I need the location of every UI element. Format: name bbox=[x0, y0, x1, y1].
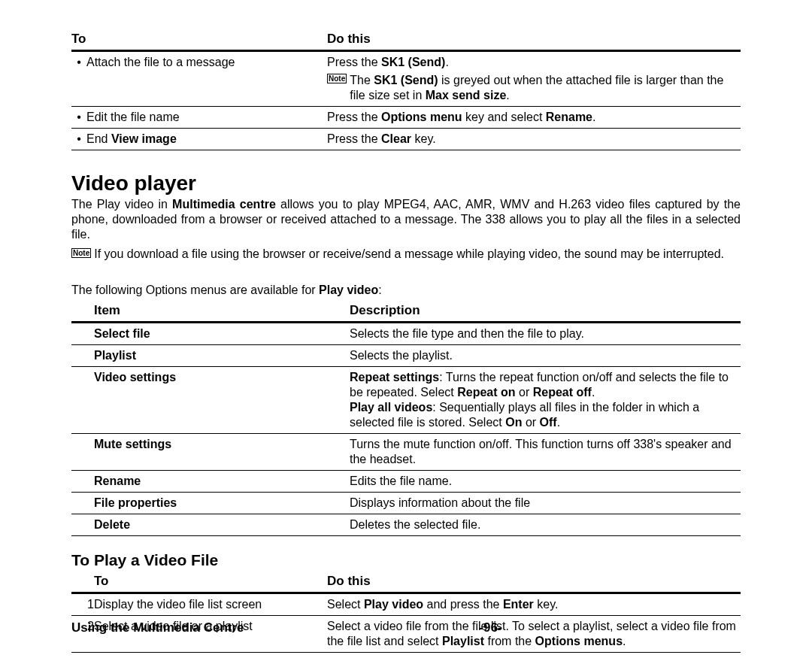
cell-item: File properties bbox=[71, 492, 350, 514]
cell-do: Press the SK1 (Send).NoteThe SK1 (Send) … bbox=[327, 51, 741, 107]
table-row: Select fileSelects the file type and the… bbox=[71, 322, 741, 344]
section-title: Video player bbox=[71, 171, 741, 196]
note-icon: Note bbox=[71, 248, 91, 258]
cell-item: Playlist bbox=[71, 344, 350, 366]
cell-item: Rename bbox=[71, 470, 350, 492]
table-row: PlaylistSelects the playlist. bbox=[71, 344, 741, 366]
manual-page: To Do this •Attach the file to a message… bbox=[0, 0, 812, 664]
th-do: Do this bbox=[327, 29, 741, 51]
cell-item: Mute settings bbox=[71, 433, 350, 470]
cell-to: •Attach the file to a message bbox=[71, 51, 327, 107]
table-row: •Edit the file namePress the Options men… bbox=[71, 107, 741, 129]
th-to-2: To bbox=[94, 571, 327, 593]
table-row: Video settingsRepeat settings: Turns the… bbox=[71, 366, 741, 433]
footer-page: -96- bbox=[479, 620, 501, 635]
th-item: Item bbox=[71, 300, 350, 323]
sub-title: To Play a Video File bbox=[71, 551, 741, 569]
cell-desc: Edits the file name. bbox=[350, 470, 741, 492]
cell-desc: Repeat settings: Turns the repeat functi… bbox=[350, 366, 741, 433]
to-do-table-1: To Do this •Attach the file to a message… bbox=[71, 29, 741, 150]
item-desc-table: Item Description Select fileSelects the … bbox=[71, 300, 741, 536]
th-to: To bbox=[71, 29, 327, 51]
table-row: File propertiesDisplays information abou… bbox=[71, 492, 741, 514]
footer-left: Using the Multimedia Centre bbox=[71, 620, 244, 635]
cell-item: Select file bbox=[71, 322, 350, 344]
cell-desc: Turns the mute function on/off. This fun… bbox=[350, 433, 741, 470]
cell-do: Press the Clear key. bbox=[327, 129, 741, 150]
th-num bbox=[71, 571, 94, 593]
section-note: Note If you download a file using the br… bbox=[71, 247, 741, 262]
table-row: •Attach the file to a messagePress the S… bbox=[71, 51, 741, 107]
th-do-2: Do this bbox=[327, 571, 741, 593]
th-desc: Description bbox=[350, 300, 741, 323]
cell-to: Display the video file list screen bbox=[94, 593, 327, 615]
table-row: Mute settingsTurns the mute function on/… bbox=[71, 433, 741, 470]
table-row: DeleteDeletes the selected file. bbox=[71, 514, 741, 535]
options-intro: The following Options menus are availabl… bbox=[71, 283, 741, 297]
cell-desc: Displays information about the file bbox=[350, 492, 741, 514]
table-row: •End View imagePress the Clear key. bbox=[71, 129, 741, 150]
cell-to: •End View image bbox=[71, 129, 327, 150]
table-row: RenameEdits the file name. bbox=[71, 470, 741, 492]
cell-do: Select Play video and press the Enter ke… bbox=[327, 593, 741, 615]
cell-desc: Deletes the selected file. bbox=[350, 514, 741, 535]
cell-desc: Selects the playlist. bbox=[350, 344, 741, 366]
to-do-table-2: To Do this 1Display the video file list … bbox=[71, 571, 741, 653]
table-row: 1Display the video file list screenSelec… bbox=[71, 593, 741, 615]
cell-item: Delete bbox=[71, 514, 350, 535]
cell-to: •Edit the file name bbox=[71, 107, 327, 129]
page-footer: Using the Multimedia Centre -96- . bbox=[71, 620, 741, 635]
cell-desc: Selects the file type and then the file … bbox=[350, 322, 741, 344]
cell-do: Press the Options menu key and select Re… bbox=[327, 107, 741, 129]
note-text: If you download a file using the browser… bbox=[94, 247, 724, 262]
cell-num: 1 bbox=[71, 593, 94, 615]
cell-item: Video settings bbox=[71, 366, 350, 433]
section-body: The Play video in Multimedia centre allo… bbox=[71, 197, 741, 242]
